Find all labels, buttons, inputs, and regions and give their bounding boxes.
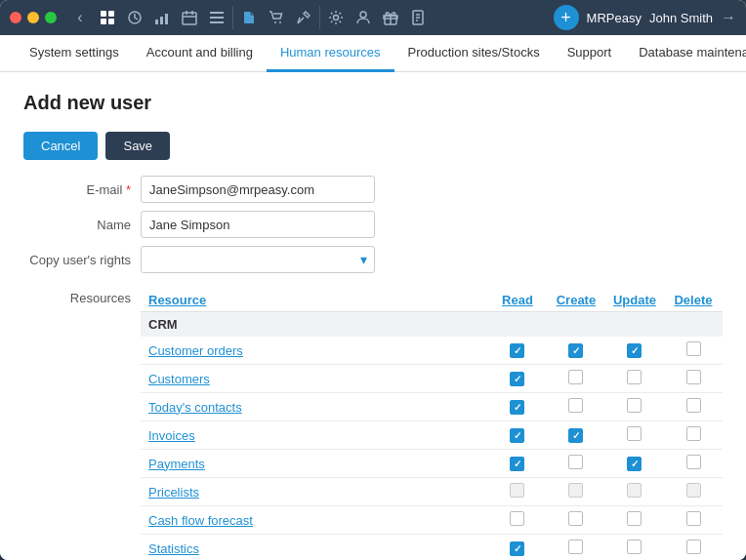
delete-cell [664,535,723,561]
checkbox-checked[interactable] [510,457,524,471]
settings-icon[interactable] [322,4,350,31]
logout-icon[interactable]: → [721,9,736,26]
checkbox-empty[interactable] [627,540,642,554]
section-label: CRM [141,312,723,338]
back-icon[interactable]: ‹ [66,4,94,31]
delete-cell [664,393,723,421]
checkbox-checked[interactable] [510,400,524,415]
save-button[interactable]: Save [105,132,170,160]
resource-link[interactable]: Pricelists [148,485,199,500]
create-cell [547,506,605,535]
resource-link[interactable]: Today's contacts [148,400,242,415]
checkbox-empty[interactable] [686,370,701,384]
checkbox-empty[interactable] [686,426,701,441]
copy-rights-select[interactable] [141,246,375,273]
tool-icon[interactable] [290,4,317,31]
svg-rect-11 [210,21,224,23]
checkbox-checked[interactable] [627,343,642,358]
calendar-icon[interactable] [176,4,203,31]
checkbox-checked[interactable] [568,343,583,358]
resource-link[interactable]: Customer orders [148,343,243,358]
chart-icon[interactable] [148,4,176,31]
update-cell [605,365,664,393]
nav-database-maintenance[interactable]: Database maintenance [625,35,746,72]
checkbox-empty[interactable] [627,370,642,384]
resource-link[interactable]: Statistics [148,541,199,556]
checkbox-empty[interactable] [568,398,583,413]
col-update[interactable]: Update [605,289,664,312]
checkbox-checked[interactable] [510,372,524,386]
checkbox-empty[interactable] [686,398,701,413]
copy-rights-wrapper: ▾ [141,246,375,273]
update-cell [605,393,664,421]
resources-label: Resources [23,289,141,305]
checkbox-empty[interactable] [568,540,583,554]
checkbox-empty[interactable] [686,341,701,356]
close-button[interactable] [10,12,21,23]
checkbox-empty[interactable] [686,455,701,469]
col-resource: Resource [141,289,488,312]
person-icon[interactable] [350,4,377,31]
email-input[interactable] [141,176,375,203]
company-name: MRPeasy [587,11,642,25]
name-input[interactable] [141,211,375,238]
svg-rect-9 [210,12,224,14]
resource-link[interactable]: Cash flow forecast [148,513,253,528]
update-cell [605,535,664,561]
delete-cell [664,478,723,506]
app-window: ‹ [0,0,746,560]
checkbox-empty[interactable] [686,511,701,526]
checkbox-empty[interactable] [568,511,583,526]
cancel-button[interactable]: Cancel [23,132,98,160]
resources-section: Resources Resource Read Create Update De… [23,289,723,560]
resource-link[interactable]: Payments [148,457,205,471]
checkbox-empty[interactable] [627,426,642,441]
name-row: Name [23,211,723,238]
add-button[interactable]: + [554,5,579,30]
section-header-crm: CRM [141,312,723,338]
maximize-button[interactable] [45,12,57,23]
col-delete[interactable]: Delete [664,289,723,312]
list-icon[interactable] [203,4,230,31]
table-row: Customers [141,365,723,393]
svg-rect-7 [165,14,168,24]
create-cell [547,393,605,421]
checkbox-empty[interactable] [686,540,701,554]
checkbox-checked[interactable] [510,541,524,556]
nav-production-sites[interactable]: Production sites/Stocks [394,35,554,72]
update-cell [605,337,664,365]
nav-system-settings[interactable]: System settings [16,35,133,72]
checkbox-empty[interactable] [627,511,642,526]
book-icon[interactable] [235,4,263,31]
checkbox-checked[interactable] [510,428,524,443]
required-indicator: * [126,182,131,197]
read-cell [488,478,547,506]
dashboard-icon[interactable] [94,4,121,31]
checkbox-empty[interactable] [568,370,583,384]
svg-rect-6 [160,17,163,24]
col-read[interactable]: Read [488,289,547,312]
col-create[interactable]: Create [547,289,605,312]
nav-human-resources[interactable]: Human resources [267,35,394,72]
resource-name: Cash flow forecast [141,506,488,535]
form-actions: Cancel Save [23,132,723,160]
resource-link[interactable]: Invoices [148,428,195,443]
checkbox-empty[interactable] [627,398,642,413]
resource-link[interactable]: Customers [148,372,210,386]
checkbox-empty[interactable] [510,511,524,526]
cart-icon[interactable] [263,4,290,31]
checkbox-checked[interactable] [627,457,642,471]
gift-icon[interactable] [377,4,404,31]
resources-table-container: Resource Read Create Update Delete CRM C… [141,289,723,560]
checkbox-checked[interactable] [568,428,583,443]
checkbox-empty[interactable] [568,455,583,469]
read-cell [488,450,547,478]
minimize-button[interactable] [27,12,39,23]
nav-support[interactable]: Support [554,35,626,72]
nav-account-billing[interactable]: Account and billing [133,35,267,72]
clock-icon[interactable] [121,4,148,31]
read-cell [488,421,547,450]
checkbox-checked[interactable] [510,343,524,358]
update-cell [605,506,664,535]
file-icon[interactable] [404,4,432,31]
